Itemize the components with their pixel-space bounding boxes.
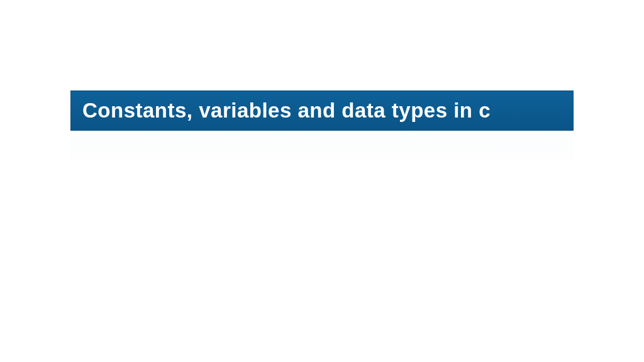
title-container: Constants, variables and data types in c…: [70, 90, 574, 162]
slide-title-text: Constants, variables and data types in c: [82, 99, 491, 122]
slide-title-banner: Constants, variables and data types in c: [70, 90, 574, 131]
slide-title-reflection: Constants, variables and data types in c: [70, 131, 574, 162]
slide-title-reflection-text: Constants, variables and data types in c: [82, 131, 490, 155]
